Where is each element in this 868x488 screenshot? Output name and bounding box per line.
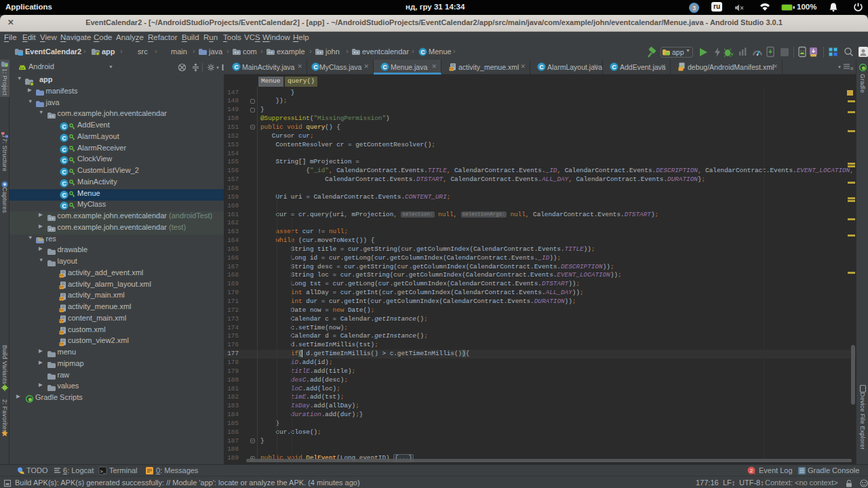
svg-text:<>: <> — [60, 274, 64, 278]
svg-text:a: a — [850, 66, 853, 70]
svg-text:C: C — [382, 64, 387, 70]
svg-text:<>: <> — [450, 67, 454, 70]
svg-text:2: 2 — [750, 468, 753, 474]
svg-text:<>: <> — [60, 331, 64, 334]
svg-text:>_: >_ — [100, 469, 106, 474]
svg-text:C: C — [62, 123, 66, 130]
svg-text:C: C — [62, 203, 66, 209]
svg-text:C: C — [62, 134, 66, 141]
svg-text:C: C — [62, 169, 66, 176]
svg-text:C: C — [234, 64, 238, 70]
svg-text:<>: <> — [60, 320, 64, 323]
svg-text:C: C — [539, 64, 543, 70]
svg-text:<>: <> — [60, 285, 64, 289]
svg-text:3: 3 — [692, 5, 696, 12]
svg-text:C: C — [612, 64, 616, 70]
svg-text:C: C — [62, 157, 66, 164]
svg-text:<>: <> — [60, 297, 64, 300]
svg-text:C: C — [313, 64, 317, 70]
svg-text:C: C — [420, 49, 425, 56]
svg-text:<>: <> — [60, 342, 64, 346]
svg-text:C: C — [62, 180, 66, 186]
svg-text:C: C — [62, 191, 66, 198]
svg-text:<>: <> — [60, 308, 64, 312]
svg-text:C: C — [62, 146, 66, 152]
